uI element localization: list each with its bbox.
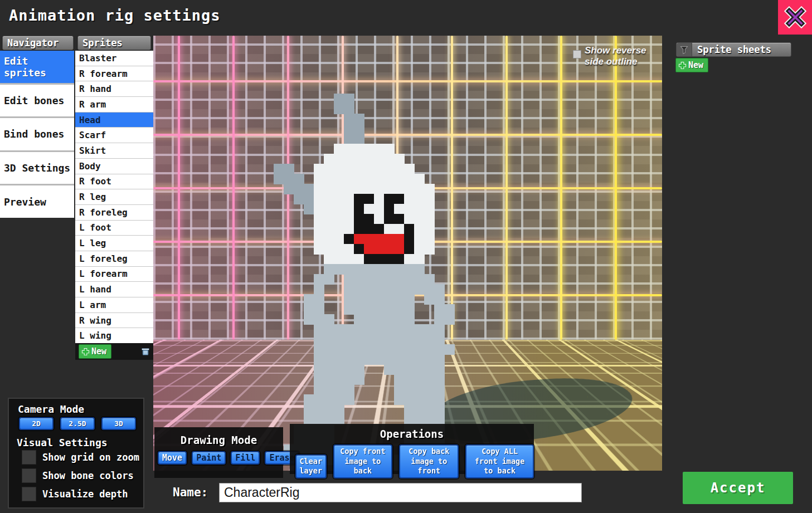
sprite-sheets-title: Sprite sheets [692, 44, 771, 55]
visual-settings-title: Visual Settings [17, 437, 108, 448]
sprite-row[interactable]: L leg [75, 236, 153, 251]
accept-button[interactable]: Accept [683, 472, 793, 504]
name-label: Name: [173, 486, 208, 499]
visual-setting-row: Show bone colors [22, 468, 139, 483]
operation-button[interactable]: Copy back image to front [399, 444, 459, 478]
drawing-tools: MovePaintFillErase [158, 451, 299, 465]
navigator-item[interactable]: Preview [0, 185, 74, 218]
neon-line [560, 36, 562, 340]
camera-mode-panel: Camera Mode 2D2.5D3D Visual Settings Sho… [8, 398, 144, 509]
sprite-row[interactable]: L arm [75, 297, 153, 313]
navigator-item[interactable]: Edit bones [0, 85, 74, 119]
navigator-list: Edit spritesEdit bonesBind bones3D Setti… [0, 51, 74, 218]
navigator-header: Navigator [2, 36, 74, 50]
close-button[interactable] [778, 0, 812, 35]
sprite-row[interactable]: R foreleg [75, 205, 153, 221]
visual-setting-checkbox[interactable] [22, 450, 36, 465]
sprite-row[interactable]: L foreleg [75, 251, 153, 267]
viewport-3d[interactable]: Show reverse side outline [153, 36, 662, 471]
visual-setting-checkbox[interactable] [22, 468, 36, 483]
sprite-row[interactable]: R wing [75, 313, 153, 329]
sprite-sheets-header: Sprite sheets [676, 42, 791, 57]
camera-mode-title: Camera Mode [18, 403, 84, 415]
drawing-mode-panel: Drawing Mode MovePaintFillErase [154, 427, 283, 478]
funnel-icon [679, 45, 689, 55]
neon-line [153, 80, 662, 82]
visual-settings-checkboxes: Show grid on zoom Show bone colors Visua… [22, 450, 139, 501]
operations-title: Operations [290, 428, 534, 440]
sprites-header: Sprites [77, 36, 151, 50]
neon-line [615, 36, 617, 340]
plus-icon [81, 348, 90, 356]
sprite-row[interactable]: R arm [75, 97, 153, 113]
sprite-row[interactable]: Blaster [75, 51, 153, 66]
character-pixel-art[interactable] [254, 94, 494, 471]
sprite-row[interactable]: L forearm [75, 267, 153, 282]
navigator-item[interactable]: Edit sprites [0, 51, 74, 85]
operation-button[interactable]: Copy ALL front image to back [465, 444, 534, 478]
neon-line [232, 36, 235, 340]
visual-setting-label: Show bone colors [42, 470, 134, 481]
rig-name-input[interactable] [219, 483, 582, 502]
visual-setting-row: Visualize depth [22, 487, 139, 501]
plus-icon [678, 61, 687, 70]
sprite-row[interactable]: Body [75, 159, 153, 174]
sprite-row[interactable]: Skirt [75, 143, 153, 159]
drawing-tool-button[interactable]: Fill [231, 451, 260, 465]
page-title: Animation rig settings [9, 7, 221, 24]
sprite-row[interactable]: L foot [75, 221, 153, 236]
add-sprite-sheet-button[interactable]: New [675, 58, 708, 72]
sprite-row[interactable]: R forearm [75, 66, 153, 82]
sprite-row[interactable]: Scarf [75, 128, 153, 143]
visual-setting-label: Visualize depth [42, 488, 128, 500]
sprites-footer: New [75, 343, 153, 360]
camera-mode-button[interactable]: 2D [19, 417, 54, 430]
drawing-mode-title: Drawing Mode [154, 434, 283, 446]
sprite-row[interactable]: L wing [75, 328, 153, 343]
sprite-row[interactable]: L hand [75, 282, 153, 297]
navigator-item[interactable]: Bind bones [0, 118, 74, 152]
navigator-item[interactable]: 3D Settings [0, 152, 74, 186]
drawing-tool-button[interactable]: Paint [192, 451, 226, 465]
delete-sprite-icon[interactable] [141, 347, 150, 356]
camera-mode-button[interactable]: 2.5D [60, 417, 95, 430]
sprite-row[interactable]: R foot [75, 174, 153, 190]
drawing-tool-button[interactable]: Move [158, 451, 187, 465]
operations-panel: Operations Clear layerCopy front image t… [290, 424, 534, 474]
filter-button[interactable] [677, 43, 692, 56]
sprite-row[interactable]: R leg [75, 189, 153, 205]
sprites-list: BlasterR forearmR handR armHeadScarfSkir… [75, 51, 153, 343]
neon-line [505, 36, 508, 340]
add-sprite-sheet-label: New [688, 60, 703, 70]
show-reverse-outline-checkbox[interactable] [573, 50, 581, 58]
add-sprite-button[interactable]: New [79, 344, 111, 359]
add-sprite-label: New [91, 346, 106, 356]
visual-setting-row: Show grid on zoom [22, 450, 139, 465]
close-icon [784, 6, 806, 28]
sprite-row[interactable]: R hand [75, 81, 153, 97]
visual-setting-label: Show grid on zoom [42, 452, 139, 463]
camera-mode-buttons: 2D2.5D3D [19, 417, 136, 430]
operation-button[interactable]: Clear layer [295, 455, 327, 478]
operations-buttons: Clear layerCopy front image to backCopy … [295, 444, 534, 478]
visual-setting-checkbox[interactable] [22, 487, 36, 501]
sprite-row[interactable]: Head [75, 113, 153, 128]
neon-line [178, 36, 180, 340]
show-reverse-outline-label: Show reverse side outline [585, 45, 653, 67]
camera-mode-button[interactable]: 3D [101, 417, 136, 430]
operation-button[interactable]: Copy front image to back [333, 444, 393, 478]
